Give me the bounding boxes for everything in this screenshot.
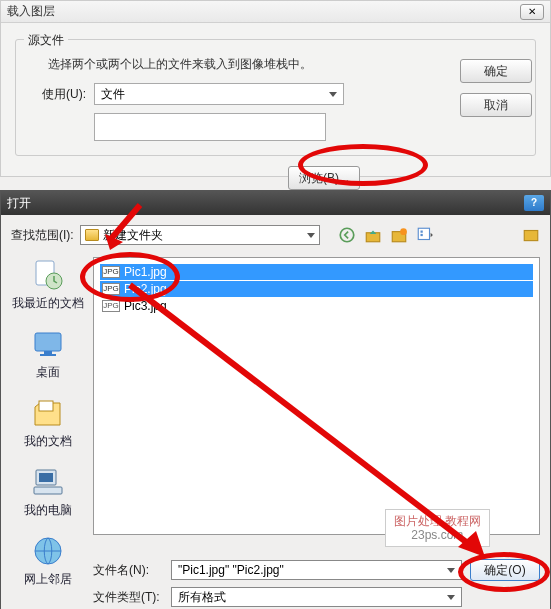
filetype-value: 所有格式 (178, 589, 226, 606)
source-files-legend: 源文件 (24, 32, 68, 49)
look-in-label: 查找范围(I): (11, 227, 74, 244)
network-icon (30, 533, 66, 569)
svg-point-0 (340, 228, 354, 242)
jpg-icon: JPG (102, 266, 120, 278)
load-layers-dialog: 载入图层 ✕ 确定 取消 源文件 选择两个或两个以上的文件来载入到图像堆栈中。 … (0, 0, 551, 177)
use-row: 使用(U): 文件 (26, 83, 525, 105)
place-mydocs[interactable]: 我的文档 (11, 395, 85, 450)
file-name: Pic1.jpg (124, 265, 167, 279)
recent-docs-icon (30, 257, 66, 293)
filetype-select[interactable]: 所有格式 (171, 587, 462, 607)
places-bar: 我最近的文档 桌面 我的文档 我的电脑 网上邻居 (11, 257, 85, 602)
open-dialog: 打开 ? 查找范围(I): 新建文件夹 (0, 190, 551, 609)
place-network[interactable]: 网上邻居 (11, 533, 85, 588)
file-list-panel[interactable]: JPG Pic1.jpg JPG Pic2.jpg JPG Pic3.jpg (93, 257, 540, 535)
chevron-down-icon (447, 568, 455, 573)
use-select[interactable]: 文件 (94, 83, 344, 105)
svg-rect-13 (39, 401, 53, 411)
look-in-select[interactable]: 新建文件夹 (80, 225, 320, 245)
svg-rect-12 (40, 354, 56, 356)
filename-field[interactable]: "Pic1.jpg" "Pic2.jpg" (171, 560, 462, 580)
place-desktop[interactable]: 桌面 (11, 326, 85, 381)
use-select-value: 文件 (101, 86, 125, 103)
place-recent[interactable]: 我最近的文档 (11, 257, 85, 312)
open-ok-button[interactable]: 确定(O) (470, 559, 540, 581)
browse-button[interactable]: 浏览(B)... (288, 166, 360, 190)
watermark: 图片处理 教程网 23ps.com (385, 509, 490, 547)
instruction-text: 选择两个或两个以上的文件来载入到图像堆栈中。 (48, 56, 525, 73)
use-label: 使用(U): (26, 86, 86, 103)
filename-value: "Pic1.jpg" "Pic2.jpg" (178, 563, 284, 577)
look-in-value: 新建文件夹 (103, 227, 163, 244)
filetype-row: 文件类型(T): 所有格式 (93, 587, 540, 607)
dialog-body: 确定 取消 源文件 选择两个或两个以上的文件来载入到图像堆栈中。 使用(U): … (1, 23, 550, 176)
svg-rect-7 (524, 231, 538, 241)
filetype-label: 文件类型(T): (93, 589, 163, 606)
jpg-icon: JPG (102, 300, 120, 312)
file-name: Pic2.jpg (124, 282, 167, 296)
svg-rect-5 (420, 231, 422, 233)
file-item[interactable]: JPG Pic2.jpg (100, 281, 533, 297)
watermark-line2: 23ps.com (394, 528, 481, 542)
file-name: Pic3.jpg (124, 299, 167, 313)
mydocs-icon (30, 395, 66, 431)
place-mycomputer-label: 我的电脑 (11, 502, 85, 519)
chevron-down-icon (307, 233, 315, 238)
look-in-row: 查找范围(I): 新建文件夹 (11, 225, 540, 245)
filename-label: 文件名(N): (93, 562, 163, 579)
svg-rect-4 (418, 228, 429, 239)
svg-rect-1 (366, 233, 380, 242)
jpg-icon: JPG (102, 283, 120, 295)
dialog-title: 载入图层 (7, 3, 55, 20)
source-files-group: 源文件 选择两个或两个以上的文件来载入到图像堆栈中。 使用(U): 文件 浏览(… (15, 39, 536, 156)
toolbar-icons (338, 226, 434, 244)
desktop-icon (30, 326, 66, 362)
svg-rect-16 (34, 487, 62, 494)
file-list-box[interactable] (94, 113, 326, 141)
svg-rect-11 (44, 351, 52, 354)
svg-rect-6 (420, 234, 422, 236)
close-button[interactable]: ✕ (520, 4, 544, 20)
svg-point-3 (400, 228, 407, 235)
mycomputer-icon (30, 464, 66, 500)
svg-rect-15 (39, 473, 53, 482)
folder-icon (85, 229, 99, 241)
file-item[interactable]: JPG Pic3.jpg (100, 298, 533, 314)
up-folder-icon[interactable] (364, 226, 382, 244)
help-button[interactable]: ? (524, 195, 544, 211)
place-mycomputer[interactable]: 我的电脑 (11, 464, 85, 519)
bottom-rows: 文件名(N): "Pic1.jpg" "Pic2.jpg" 确定(O) 文件类型… (93, 553, 540, 607)
extra-icon[interactable] (522, 226, 540, 244)
back-icon[interactable] (338, 226, 356, 244)
open-title-bar: 打开 ? (1, 191, 550, 215)
view-menu-icon[interactable] (416, 226, 434, 244)
filename-row: 文件名(N): "Pic1.jpg" "Pic2.jpg" 确定(O) (93, 559, 540, 581)
title-bar: 载入图层 ✕ (1, 1, 550, 23)
open-dialog-body: 查找范围(I): 新建文件夹 我最近的文档 (1, 215, 550, 609)
chevron-down-icon (329, 92, 337, 97)
place-recent-label: 我最近的文档 (11, 295, 85, 312)
new-folder-icon[interactable] (390, 226, 408, 244)
open-dialog-title: 打开 (7, 195, 31, 212)
place-network-label: 网上邻居 (11, 571, 85, 588)
svg-rect-10 (35, 333, 61, 351)
file-item[interactable]: JPG Pic1.jpg (100, 264, 533, 280)
place-desktop-label: 桌面 (11, 364, 85, 381)
chevron-down-icon (447, 595, 455, 600)
place-mydocs-label: 我的文档 (11, 433, 85, 450)
watermark-line1: 图片处理 教程网 (394, 514, 481, 528)
